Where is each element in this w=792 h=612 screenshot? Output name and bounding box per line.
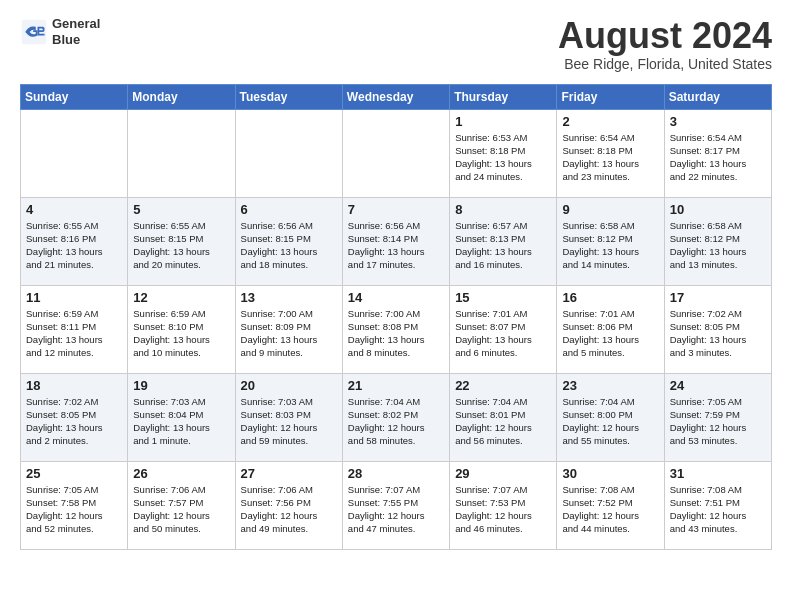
day-number: 2 bbox=[562, 114, 658, 129]
day-number: 10 bbox=[670, 202, 766, 217]
day-number: 20 bbox=[241, 378, 337, 393]
calendar-cell: 10Sunrise: 6:58 AM Sunset: 8:12 PM Dayli… bbox=[664, 197, 771, 285]
calendar-cell: 22Sunrise: 7:04 AM Sunset: 8:01 PM Dayli… bbox=[450, 373, 557, 461]
day-number: 4 bbox=[26, 202, 122, 217]
day-number: 28 bbox=[348, 466, 444, 481]
day-number: 12 bbox=[133, 290, 229, 305]
calendar-cell: 23Sunrise: 7:04 AM Sunset: 8:00 PM Dayli… bbox=[557, 373, 664, 461]
title-block: August 2024 Bee Ridge, Florida, United S… bbox=[558, 16, 772, 72]
calendar-week-row-3: 11Sunrise: 6:59 AM Sunset: 8:11 PM Dayli… bbox=[21, 285, 772, 373]
day-number: 1 bbox=[455, 114, 551, 129]
day-number: 9 bbox=[562, 202, 658, 217]
cell-info: Sunrise: 6:58 AM Sunset: 8:12 PM Dayligh… bbox=[670, 219, 766, 272]
calendar-cell: 17Sunrise: 7:02 AM Sunset: 8:05 PM Dayli… bbox=[664, 285, 771, 373]
day-number: 30 bbox=[562, 466, 658, 481]
cell-info: Sunrise: 7:06 AM Sunset: 7:57 PM Dayligh… bbox=[133, 483, 229, 536]
calendar-cell: 14Sunrise: 7:00 AM Sunset: 8:08 PM Dayli… bbox=[342, 285, 449, 373]
calendar-cell bbox=[21, 109, 128, 197]
cell-info: Sunrise: 7:00 AM Sunset: 8:08 PM Dayligh… bbox=[348, 307, 444, 360]
calendar-cell bbox=[342, 109, 449, 197]
calendar-cell: 2Sunrise: 6:54 AM Sunset: 8:18 PM Daylig… bbox=[557, 109, 664, 197]
cell-info: Sunrise: 7:05 AM Sunset: 7:59 PM Dayligh… bbox=[670, 395, 766, 448]
cell-info: Sunrise: 7:08 AM Sunset: 7:52 PM Dayligh… bbox=[562, 483, 658, 536]
calendar-week-row-4: 18Sunrise: 7:02 AM Sunset: 8:05 PM Dayli… bbox=[21, 373, 772, 461]
cell-info: Sunrise: 7:04 AM Sunset: 8:01 PM Dayligh… bbox=[455, 395, 551, 448]
cell-info: Sunrise: 6:58 AM Sunset: 8:12 PM Dayligh… bbox=[562, 219, 658, 272]
day-number: 11 bbox=[26, 290, 122, 305]
calendar-week-row-2: 4Sunrise: 6:55 AM Sunset: 8:16 PM Daylig… bbox=[21, 197, 772, 285]
calendar-cell bbox=[235, 109, 342, 197]
weekday-header-tuesday: Tuesday bbox=[235, 84, 342, 109]
calendar-week-row-5: 25Sunrise: 7:05 AM Sunset: 7:58 PM Dayli… bbox=[21, 461, 772, 549]
cell-info: Sunrise: 6:56 AM Sunset: 8:14 PM Dayligh… bbox=[348, 219, 444, 272]
day-number: 24 bbox=[670, 378, 766, 393]
cell-info: Sunrise: 6:57 AM Sunset: 8:13 PM Dayligh… bbox=[455, 219, 551, 272]
calendar-cell: 20Sunrise: 7:03 AM Sunset: 8:03 PM Dayli… bbox=[235, 373, 342, 461]
day-number: 8 bbox=[455, 202, 551, 217]
calendar-cell: 6Sunrise: 6:56 AM Sunset: 8:15 PM Daylig… bbox=[235, 197, 342, 285]
cell-info: Sunrise: 7:07 AM Sunset: 7:53 PM Dayligh… bbox=[455, 483, 551, 536]
cell-info: Sunrise: 7:08 AM Sunset: 7:51 PM Dayligh… bbox=[670, 483, 766, 536]
calendar-cell: 28Sunrise: 7:07 AM Sunset: 7:55 PM Dayli… bbox=[342, 461, 449, 549]
calendar-cell bbox=[128, 109, 235, 197]
day-number: 14 bbox=[348, 290, 444, 305]
cell-info: Sunrise: 6:59 AM Sunset: 8:11 PM Dayligh… bbox=[26, 307, 122, 360]
logo-text: General Blue bbox=[52, 16, 100, 47]
calendar-cell: 31Sunrise: 7:08 AM Sunset: 7:51 PM Dayli… bbox=[664, 461, 771, 549]
cell-info: Sunrise: 6:53 AM Sunset: 8:18 PM Dayligh… bbox=[455, 131, 551, 184]
day-number: 21 bbox=[348, 378, 444, 393]
cell-info: Sunrise: 6:59 AM Sunset: 8:10 PM Dayligh… bbox=[133, 307, 229, 360]
cell-info: Sunrise: 7:05 AM Sunset: 7:58 PM Dayligh… bbox=[26, 483, 122, 536]
calendar-cell: 29Sunrise: 7:07 AM Sunset: 7:53 PM Dayli… bbox=[450, 461, 557, 549]
cell-info: Sunrise: 7:01 AM Sunset: 8:06 PM Dayligh… bbox=[562, 307, 658, 360]
calendar-cell: 13Sunrise: 7:00 AM Sunset: 8:09 PM Dayli… bbox=[235, 285, 342, 373]
calendar-cell: 19Sunrise: 7:03 AM Sunset: 8:04 PM Dayli… bbox=[128, 373, 235, 461]
calendar-cell: 3Sunrise: 6:54 AM Sunset: 8:17 PM Daylig… bbox=[664, 109, 771, 197]
day-number: 19 bbox=[133, 378, 229, 393]
cell-info: Sunrise: 6:56 AM Sunset: 8:15 PM Dayligh… bbox=[241, 219, 337, 272]
calendar-cell: 30Sunrise: 7:08 AM Sunset: 7:52 PM Dayli… bbox=[557, 461, 664, 549]
calendar-cell: 7Sunrise: 6:56 AM Sunset: 8:14 PM Daylig… bbox=[342, 197, 449, 285]
month-title: August 2024 bbox=[558, 16, 772, 56]
calendar-cell: 12Sunrise: 6:59 AM Sunset: 8:10 PM Dayli… bbox=[128, 285, 235, 373]
day-number: 26 bbox=[133, 466, 229, 481]
day-number: 7 bbox=[348, 202, 444, 217]
calendar-cell: 1Sunrise: 6:53 AM Sunset: 8:18 PM Daylig… bbox=[450, 109, 557, 197]
day-number: 22 bbox=[455, 378, 551, 393]
day-number: 15 bbox=[455, 290, 551, 305]
calendar-cell: 26Sunrise: 7:06 AM Sunset: 7:57 PM Dayli… bbox=[128, 461, 235, 549]
cell-info: Sunrise: 6:54 AM Sunset: 8:17 PM Dayligh… bbox=[670, 131, 766, 184]
day-number: 23 bbox=[562, 378, 658, 393]
cell-info: Sunrise: 7:04 AM Sunset: 8:02 PM Dayligh… bbox=[348, 395, 444, 448]
cell-info: Sunrise: 7:04 AM Sunset: 8:00 PM Dayligh… bbox=[562, 395, 658, 448]
calendar-table: SundayMondayTuesdayWednesdayThursdayFrid… bbox=[20, 84, 772, 550]
calendar-cell: 9Sunrise: 6:58 AM Sunset: 8:12 PM Daylig… bbox=[557, 197, 664, 285]
cell-info: Sunrise: 6:55 AM Sunset: 8:16 PM Dayligh… bbox=[26, 219, 122, 272]
weekday-header-friday: Friday bbox=[557, 84, 664, 109]
calendar-cell: 18Sunrise: 7:02 AM Sunset: 8:05 PM Dayli… bbox=[21, 373, 128, 461]
cell-info: Sunrise: 7:07 AM Sunset: 7:55 PM Dayligh… bbox=[348, 483, 444, 536]
day-number: 6 bbox=[241, 202, 337, 217]
day-number: 3 bbox=[670, 114, 766, 129]
calendar-cell: 24Sunrise: 7:05 AM Sunset: 7:59 PM Dayli… bbox=[664, 373, 771, 461]
calendar-cell: 5Sunrise: 6:55 AM Sunset: 8:15 PM Daylig… bbox=[128, 197, 235, 285]
weekday-header-row: SundayMondayTuesdayWednesdayThursdayFrid… bbox=[21, 84, 772, 109]
cell-info: Sunrise: 7:06 AM Sunset: 7:56 PM Dayligh… bbox=[241, 483, 337, 536]
day-number: 27 bbox=[241, 466, 337, 481]
day-number: 25 bbox=[26, 466, 122, 481]
day-number: 18 bbox=[26, 378, 122, 393]
day-number: 16 bbox=[562, 290, 658, 305]
calendar-cell: 27Sunrise: 7:06 AM Sunset: 7:56 PM Dayli… bbox=[235, 461, 342, 549]
day-number: 5 bbox=[133, 202, 229, 217]
calendar-cell: 25Sunrise: 7:05 AM Sunset: 7:58 PM Dayli… bbox=[21, 461, 128, 549]
location: Bee Ridge, Florida, United States bbox=[558, 56, 772, 72]
cell-info: Sunrise: 6:55 AM Sunset: 8:15 PM Dayligh… bbox=[133, 219, 229, 272]
cell-info: Sunrise: 7:03 AM Sunset: 8:04 PM Dayligh… bbox=[133, 395, 229, 448]
page-header: General Blue August 2024 Bee Ridge, Flor… bbox=[20, 16, 772, 72]
day-number: 29 bbox=[455, 466, 551, 481]
calendar-week-row-1: 1Sunrise: 6:53 AM Sunset: 8:18 PM Daylig… bbox=[21, 109, 772, 197]
calendar-cell: 4Sunrise: 6:55 AM Sunset: 8:16 PM Daylig… bbox=[21, 197, 128, 285]
weekday-header-wednesday: Wednesday bbox=[342, 84, 449, 109]
cell-info: Sunrise: 7:02 AM Sunset: 8:05 PM Dayligh… bbox=[26, 395, 122, 448]
day-number: 17 bbox=[670, 290, 766, 305]
